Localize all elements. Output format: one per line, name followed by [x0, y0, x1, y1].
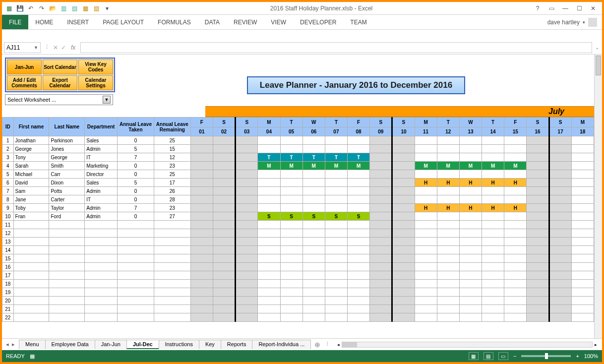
day-cell[interactable] [370, 238, 392, 246]
qat-btn-1[interactable]: ▥ [60, 4, 67, 12]
day-cell[interactable] [213, 212, 235, 221]
day-cell[interactable] [302, 195, 325, 204]
day-cell[interactable] [190, 288, 213, 297]
day-cell[interactable] [280, 221, 302, 229]
day-cell[interactable] [348, 195, 370, 204]
day-cell[interactable] [549, 136, 571, 145]
sheet-tab-key[interactable]: Key [199, 340, 221, 349]
day-cell[interactable] [236, 263, 258, 271]
cell[interactable] [118, 297, 154, 305]
zoom-out-icon[interactable]: − [513, 353, 516, 359]
day-cell[interactable] [437, 229, 459, 238]
cell[interactable]: 18 [2, 280, 14, 288]
cell[interactable]: George [49, 153, 85, 162]
close-icon[interactable]: ✕ [588, 4, 598, 12]
cell[interactable] [118, 305, 154, 313]
day-cell[interactable] [527, 305, 549, 313]
day-cell[interactable] [280, 263, 302, 271]
day-cell[interactable]: H [437, 179, 459, 187]
day-cell[interactable] [280, 145, 302, 153]
day-cell[interactable] [325, 179, 347, 187]
day-cell[interactable] [348, 238, 370, 246]
day-cell[interactable] [459, 280, 482, 288]
day-cell[interactable] [392, 187, 415, 195]
cell[interactable]: 0 [118, 162, 154, 170]
sheet-tab-jan-jun[interactable]: Jan-Jun [95, 340, 127, 349]
day-cell[interactable] [325, 221, 347, 229]
day-cell[interactable] [348, 280, 370, 288]
undo-icon[interactable]: ↶ [27, 4, 35, 12]
cell[interactable] [49, 280, 85, 288]
cell[interactable]: Potts [49, 187, 85, 195]
day-cell[interactable] [549, 145, 571, 153]
day-cell[interactable] [236, 254, 258, 263]
zoom-in-icon[interactable]: + [576, 353, 579, 359]
cell[interactable]: Director [85, 170, 118, 179]
day-cell[interactable] [325, 238, 347, 246]
day-cell[interactable] [392, 297, 415, 305]
tab-home[interactable]: HOME [28, 15, 60, 29]
day-cell[interactable] [190, 212, 213, 221]
day-cell[interactable]: S [258, 212, 280, 221]
day-cell[interactable] [213, 280, 235, 288]
day-cell[interactable] [213, 187, 235, 195]
day-cell[interactable] [415, 195, 437, 204]
cell[interactable] [85, 288, 118, 297]
vertical-scrollbar[interactable] [594, 55, 602, 338]
day-cell[interactable] [190, 162, 213, 170]
enter-icon[interactable]: ✓ [61, 44, 66, 51]
day-cell[interactable] [571, 313, 594, 322]
worksheet-select[interactable]: Select Worksheet ... ▼ [5, 94, 113, 105]
day-cell[interactable] [527, 313, 549, 322]
day-cell[interactable] [392, 162, 415, 170]
day-cell[interactable] [482, 229, 504, 238]
scroll-thumb[interactable] [596, 56, 601, 75]
cell[interactable] [118, 271, 154, 280]
day-cell[interactable] [459, 221, 482, 229]
cell[interactable]: 0 [118, 212, 154, 221]
horizontal-scrollbar[interactable]: ◂ ▸ [332, 342, 602, 348]
day-cell[interactable] [213, 229, 235, 238]
cell[interactable]: 15 [2, 254, 14, 263]
day-cell[interactable] [392, 254, 415, 263]
day-cell[interactable] [258, 254, 280, 263]
cell[interactable] [118, 254, 154, 263]
day-cell[interactable]: T [302, 153, 325, 162]
cell[interactable]: 17 [2, 271, 14, 280]
day-cell[interactable] [190, 170, 213, 179]
day-cell[interactable] [370, 254, 392, 263]
cell[interactable] [154, 297, 190, 305]
day-cell[interactable] [190, 187, 213, 195]
day-cell[interactable] [482, 297, 504, 305]
day-cell[interactable] [190, 229, 213, 238]
day-cell[interactable] [348, 271, 370, 280]
day-cell[interactable] [236, 280, 258, 288]
day-cell[interactable] [527, 254, 549, 263]
day-cell[interactable] [190, 136, 213, 145]
new-sheet-icon[interactable]: ⊕ [310, 341, 324, 349]
day-cell[interactable] [571, 305, 594, 313]
day-cell[interactable] [415, 187, 437, 195]
day-cell[interactable] [348, 145, 370, 153]
day-cell[interactable] [571, 263, 594, 271]
day-cell[interactable] [213, 288, 235, 297]
day-cell[interactable] [302, 136, 325, 145]
day-cell[interactable] [302, 221, 325, 229]
day-cell[interactable] [325, 280, 347, 288]
open-icon[interactable]: 📂 [49, 4, 57, 12]
cell[interactable] [118, 246, 154, 254]
cell[interactable] [49, 221, 85, 229]
day-cell[interactable] [190, 271, 213, 280]
cell[interactable] [154, 229, 190, 238]
view-layout-icon[interactable]: ▤ [483, 352, 493, 360]
day-cell[interactable] [504, 254, 527, 263]
zoom-slider[interactable] [521, 355, 571, 357]
qat-btn-3[interactable]: ▦ [81, 4, 89, 12]
day-cell[interactable] [437, 221, 459, 229]
day-cell[interactable] [302, 263, 325, 271]
day-cell[interactable] [527, 212, 549, 221]
day-cell[interactable] [325, 145, 347, 153]
day-cell[interactable] [527, 179, 549, 187]
day-cell[interactable] [370, 136, 392, 145]
day-cell[interactable] [415, 297, 437, 305]
